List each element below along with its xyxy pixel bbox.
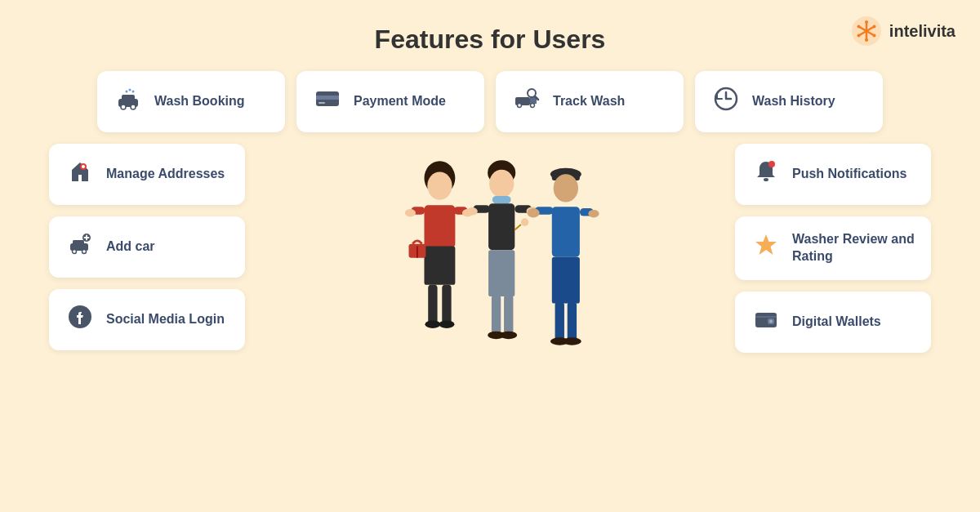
svg-point-64 bbox=[521, 218, 528, 225]
svg-point-31 bbox=[73, 250, 77, 254]
svg-point-13 bbox=[131, 105, 136, 109]
svg-point-63 bbox=[500, 332, 517, 339]
svg-rect-44 bbox=[424, 246, 455, 284]
left-column: Manage Addresses Add car bbox=[49, 144, 245, 430]
card-wash-history[interactable]: Wash History bbox=[695, 71, 883, 132]
home-pin-icon bbox=[65, 158, 95, 190]
svg-rect-59 bbox=[488, 250, 514, 296]
page-title: Features for Users bbox=[0, 0, 980, 71]
svg-point-8 bbox=[857, 34, 860, 38]
top-row: Wash Booking Payment Mode T bbox=[0, 71, 980, 132]
svg-point-6 bbox=[857, 25, 860, 29]
svg-rect-11 bbox=[122, 95, 135, 101]
svg-point-14 bbox=[126, 91, 128, 93]
svg-point-16 bbox=[132, 91, 135, 93]
svg-point-5 bbox=[865, 38, 868, 42]
svg-rect-30 bbox=[73, 240, 84, 246]
svg-rect-75 bbox=[555, 302, 564, 341]
card-social-media-login[interactable]: Social Media Login bbox=[49, 289, 245, 350]
svg-line-65 bbox=[514, 225, 521, 230]
card-social-media-login-label: Social Media Login bbox=[106, 311, 225, 328]
center-illustration bbox=[245, 144, 735, 430]
svg-point-73 bbox=[588, 210, 599, 217]
svg-marker-81 bbox=[755, 234, 777, 255]
svg-point-72 bbox=[527, 208, 539, 217]
truck-search-icon bbox=[512, 86, 541, 118]
card-digital-wallets[interactable]: Digital Wallets bbox=[735, 292, 931, 353]
card-payment-mode-label: Payment Mode bbox=[354, 93, 446, 110]
card-wash-booking[interactable]: Wash Booking bbox=[97, 71, 285, 132]
svg-point-23 bbox=[531, 104, 535, 108]
logo: intelivita bbox=[850, 15, 956, 47]
svg-point-28 bbox=[82, 165, 85, 168]
card-manage-addresses-label: Manage Addresses bbox=[106, 166, 225, 183]
right-column: Push Notifications Washer Review and Rat… bbox=[735, 144, 931, 430]
svg-point-79 bbox=[764, 178, 768, 181]
card-track-wash[interactable]: Track Wash bbox=[496, 71, 684, 132]
logo-icon bbox=[850, 15, 883, 47]
card-payment-mode[interactable]: Payment Mode bbox=[296, 71, 484, 132]
card-washer-review[interactable]: Washer Review and Rating bbox=[735, 216, 931, 280]
card-push-notifications[interactable]: Push Notifications bbox=[735, 144, 931, 205]
card-add-car-label: Add car bbox=[106, 238, 155, 256]
svg-point-12 bbox=[121, 105, 126, 109]
card-track-wash-label: Track Wash bbox=[553, 93, 625, 110]
car-wash-icon bbox=[114, 86, 143, 118]
svg-point-7 bbox=[872, 34, 875, 38]
svg-rect-61 bbox=[504, 295, 513, 333]
svg-point-38 bbox=[427, 172, 452, 200]
svg-rect-53 bbox=[492, 196, 511, 203]
svg-rect-74 bbox=[552, 257, 580, 304]
svg-rect-19 bbox=[318, 102, 325, 104]
card-wash-booking-label: Wash Booking bbox=[154, 93, 245, 110]
people-illustration bbox=[359, 136, 621, 430]
svg-point-84 bbox=[769, 319, 773, 323]
svg-point-15 bbox=[129, 89, 131, 91]
svg-rect-69 bbox=[552, 207, 580, 257]
svg-point-42 bbox=[405, 209, 416, 216]
svg-point-52 bbox=[489, 170, 514, 198]
svg-rect-39 bbox=[424, 205, 455, 247]
history-icon bbox=[711, 86, 741, 118]
svg-point-47 bbox=[425, 320, 440, 327]
card-push-notifications-label: Push Notifications bbox=[792, 166, 906, 183]
svg-point-48 bbox=[439, 320, 454, 327]
svg-point-32 bbox=[82, 250, 87, 254]
bell-icon bbox=[751, 158, 781, 190]
star-icon bbox=[751, 232, 781, 264]
facebook-icon bbox=[65, 304, 95, 336]
bottom-section: Manage Addresses Add car bbox=[0, 144, 980, 430]
card-washer-review-label: Washer Review and Rating bbox=[792, 231, 915, 265]
card-manage-addresses[interactable]: Manage Addresses bbox=[49, 144, 245, 205]
svg-rect-60 bbox=[492, 295, 501, 333]
wallet-icon bbox=[751, 306, 781, 338]
svg-point-80 bbox=[768, 161, 775, 167]
car-add-icon bbox=[65, 231, 95, 263]
credit-card-icon bbox=[313, 86, 342, 118]
card-wash-history-label: Wash History bbox=[752, 93, 835, 110]
svg-point-68 bbox=[554, 174, 578, 202]
svg-rect-46 bbox=[442, 285, 451, 323]
svg-rect-76 bbox=[568, 302, 577, 341]
svg-rect-85 bbox=[755, 316, 777, 318]
svg-rect-18 bbox=[316, 96, 339, 100]
svg-point-58 bbox=[467, 207, 478, 215]
svg-rect-45 bbox=[428, 285, 437, 323]
logo-text: intelivita bbox=[889, 22, 956, 41]
svg-point-78 bbox=[563, 337, 581, 345]
svg-point-22 bbox=[518, 104, 522, 108]
svg-point-4 bbox=[865, 20, 868, 24]
svg-rect-54 bbox=[488, 203, 514, 250]
card-digital-wallets-label: Digital Wallets bbox=[792, 314, 881, 331]
card-add-car[interactable]: Add car bbox=[49, 216, 245, 278]
svg-point-9 bbox=[872, 25, 875, 29]
